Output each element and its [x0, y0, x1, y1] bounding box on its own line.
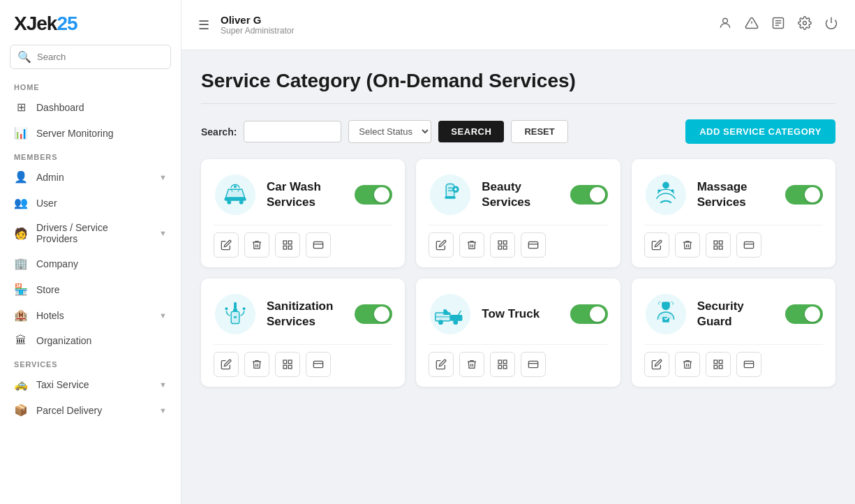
card-button[interactable] [306, 232, 331, 258]
card-security-guard: Security Guard [632, 279, 835, 387]
search-label: Search: [201, 126, 237, 138]
svg-rect-67 [714, 360, 718, 364]
tow-truck-icon [429, 292, 472, 336]
edit-button[interactable] [644, 352, 669, 377]
svg-rect-35 [719, 241, 722, 244]
search-input[interactable] [37, 52, 163, 62]
security-guard-icon [644, 292, 687, 336]
security-guard-title: Security Guard [697, 299, 775, 329]
card-actions [214, 225, 392, 258]
delete-button[interactable] [459, 232, 484, 258]
delete-button[interactable] [675, 232, 700, 258]
card-button[interactable] [521, 352, 546, 377]
svg-rect-47 [288, 365, 292, 369]
svg-rect-61 [529, 361, 538, 367]
card-actions [429, 225, 607, 258]
reset-button[interactable]: RESET [511, 120, 567, 143]
search-field[interactable] [244, 121, 341, 142]
sanitization-icon [214, 292, 257, 336]
hamburger-icon[interactable]: ☰ [198, 17, 209, 33]
sidebar-item-organization[interactable]: 🏛 Organization [0, 328, 181, 353]
subcategory-button[interactable] [275, 352, 300, 377]
edit-button[interactable] [429, 352, 454, 377]
organization-icon: 🏛 [14, 334, 28, 347]
search-button[interactable]: SEARCH [438, 121, 504, 142]
svg-point-32 [657, 189, 660, 192]
card-button[interactable] [521, 232, 546, 258]
svg-rect-57 [498, 360, 502, 364]
chevron-down-icon: ▼ [159, 229, 167, 237]
subcategory-button[interactable] [490, 352, 515, 377]
sidebar-item-parcel[interactable]: 📦 Parcel Delivery ▼ [0, 397, 181, 423]
svg-rect-15 [288, 241, 292, 244]
status-select[interactable]: Select Status Active Inactive [348, 120, 431, 143]
sidebar-item-server-monitoring[interactable]: 📊 Server Monitoring [0, 120, 181, 146]
sidebar-item-label: Taxi Service [36, 379, 89, 390]
svg-point-13 [234, 185, 237, 188]
svg-point-55 [454, 320, 459, 325]
svg-rect-60 [498, 365, 502, 369]
card-button[interactable] [736, 232, 761, 258]
subcategory-button[interactable] [706, 352, 731, 377]
power-icon[interactable] [824, 16, 838, 34]
card-actions [429, 344, 607, 377]
add-service-category-button[interactable]: ADD SERVICE CATEGORY [685, 119, 835, 144]
edit-button[interactable] [214, 352, 239, 377]
user-icon: 👥 [14, 196, 28, 209]
sidebar-item-label: Dashboard [36, 102, 84, 113]
sidebar-item-admin[interactable]: 👤 Admin ▼ [0, 164, 181, 190]
edit-button[interactable] [429, 232, 454, 258]
delete-button[interactable] [459, 352, 484, 377]
svg-rect-48 [283, 365, 287, 369]
sidebar-item-hotels[interactable]: 🏨 Hotels ▼ [0, 302, 181, 328]
sidebar-item-company[interactable]: 🏢 Company [0, 251, 181, 276]
car-wash-title: Car Wash Services [267, 179, 345, 210]
toolbar: Search: Select Status Active Inactive SE… [201, 119, 835, 144]
subcategory-button[interactable] [706, 232, 731, 258]
chevron-down-icon: ▼ [159, 406, 167, 415]
subcategory-button[interactable] [275, 232, 300, 258]
edit-button[interactable] [644, 232, 669, 258]
delete-button[interactable] [244, 232, 269, 258]
delete-button[interactable] [244, 352, 269, 377]
card-button[interactable] [306, 352, 331, 377]
card-car-wash: Car Wash Services [201, 159, 405, 267]
sidebar-item-label: Company [36, 258, 78, 269]
svg-rect-17 [283, 246, 287, 249]
svg-rect-18 [313, 242, 322, 248]
sidebar-search-container[interactable]: 🔍 [10, 45, 171, 69]
sidebar-item-drivers[interactable]: 🧑 Drivers / Service Providers ▼ [0, 216, 181, 251]
settings-icon[interactable] [798, 16, 812, 34]
card-actions [644, 344, 823, 377]
sidebar-item-taxi[interactable]: 🚕 Taxi Service ▼ [0, 371, 181, 397]
card-top: Tow Truck [429, 292, 607, 336]
tow-truck-toggle[interactable] [570, 304, 608, 324]
user-profile-icon[interactable] [718, 16, 732, 34]
svg-rect-41 [231, 311, 239, 323]
car-wash-toggle[interactable] [355, 185, 392, 205]
security-guard-toggle[interactable] [785, 304, 823, 324]
edit-button[interactable] [214, 232, 239, 258]
card-top: Beauty Services [429, 173, 607, 216]
sidebar-item-label: Store [36, 284, 59, 295]
sidebar-item-dashboard[interactable]: ⊞ Dashboard [0, 94, 181, 120]
beauty-toggle[interactable] [570, 185, 608, 205]
svg-rect-46 [288, 360, 292, 364]
svg-point-12 [239, 200, 244, 205]
massage-toggle[interactable] [785, 185, 823, 205]
sidebar-item-user[interactable]: 👥 User [0, 190, 181, 216]
chevron-down-icon: ▼ [159, 311, 167, 320]
card-button[interactable] [736, 352, 761, 377]
notes-icon[interactable] [771, 16, 785, 34]
delete-button[interactable] [675, 352, 700, 377]
alert-icon[interactable] [745, 16, 759, 34]
server-monitoring-icon: 📊 [14, 126, 28, 140]
subcategory-button[interactable] [490, 232, 515, 258]
svg-point-7 [803, 22, 807, 25]
sidebar-item-store[interactable]: 🏪 Store [0, 276, 181, 302]
svg-point-44 [243, 307, 246, 310]
svg-rect-42 [233, 309, 237, 312]
sanitization-toggle[interactable] [355, 304, 392, 324]
svg-rect-10 [225, 198, 246, 201]
svg-rect-65 [662, 302, 670, 306]
